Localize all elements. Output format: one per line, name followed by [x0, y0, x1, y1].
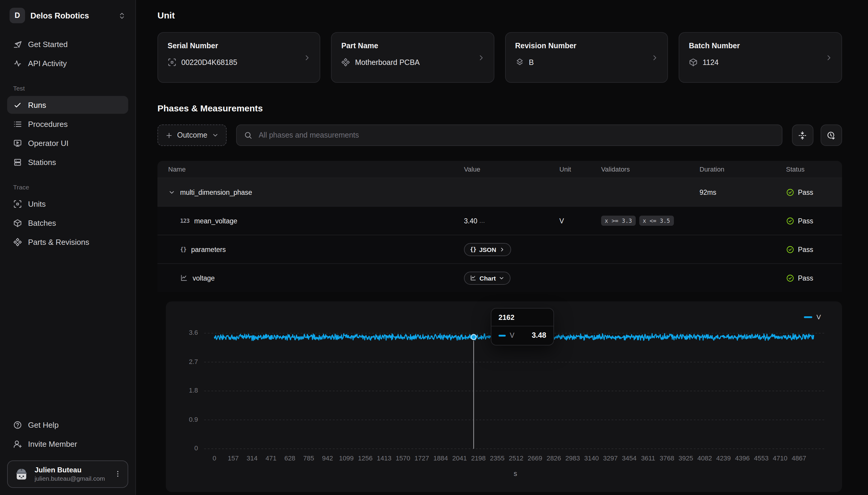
x-tick-label: 3611 [641, 455, 655, 462]
y-tick-label: 3.6 [166, 329, 198, 336]
scan-icon [13, 199, 22, 208]
x-tick-label: 942 [322, 455, 333, 462]
list-icon [13, 119, 22, 129]
x-tick-label: 1570 [396, 455, 410, 462]
sidebar-item-label: Invite Member [28, 440, 77, 449]
y-tick-label: 2.7 [166, 358, 198, 365]
x-tick-label: 785 [303, 455, 314, 462]
card-value-text: 1124 [703, 58, 719, 66]
collapse-all-button[interactable] [792, 124, 813, 146]
phases-table: Name Value Unit Validators Duration Stat… [158, 161, 842, 292]
braces-icon: {} [180, 246, 186, 253]
org-name: Delos Robotics [30, 11, 113, 20]
x-tick-label: 1256 [358, 455, 373, 462]
history-button[interactable] [820, 124, 842, 146]
kebab-menu-icon[interactable] [114, 470, 122, 478]
sidebar-item-invite-member[interactable]: Invite Member [7, 436, 128, 453]
card-serial-number[interactable]: Serial Number 00220D4K68185 [158, 32, 321, 83]
y-tick-label: 0.9 [166, 416, 198, 423]
check-icon [13, 100, 22, 109]
sidebar-nav: Get Started API Activity Test Runs [7, 35, 128, 251]
sidebar-item-label: Get Started [28, 40, 68, 49]
sidebar-item-parts-revisions[interactable]: Parts & Revisions [7, 233, 128, 251]
chevron-right-icon [824, 53, 833, 62]
table-row-parameters[interactable]: {} parameters {} JSON [158, 235, 842, 263]
x-tick-label: 4082 [698, 455, 712, 462]
status-label: Pass [798, 189, 813, 196]
user-email: julien.buteau@gmail.com [35, 475, 109, 482]
column-header-value: Value [459, 166, 555, 173]
x-axis-label: s [514, 470, 517, 477]
chevron-right-icon [303, 53, 312, 62]
circle-check-icon [786, 217, 795, 225]
fold-vertical-icon [798, 131, 807, 140]
sidebar-item-stations[interactable]: Stations [7, 153, 128, 171]
measurement-name: mean_voltage [194, 217, 238, 224]
measurement-unit: V [555, 217, 596, 224]
chart-line-icon [470, 275, 476, 281]
x-tick-label: 3768 [659, 455, 674, 462]
sidebar-item-units[interactable]: Units [7, 195, 128, 213]
chevrons-up-down-icon [118, 12, 126, 19]
status-badge: Pass [786, 188, 813, 196]
column-header-unit: Unit [555, 166, 596, 173]
user-profile-card[interactable]: Julien Buteau julien.buteau@gmail.com [7, 460, 128, 488]
unit-cards: Serial Number 00220D4K68185 Part Name [158, 32, 842, 83]
table-row-phase[interactable]: multi_dimension_phase 92ms Pass [158, 177, 842, 206]
voltage-chart-section: V 00.91.82.73.6 015731447162878594210991… [166, 302, 842, 492]
status-badge: Pass [786, 274, 813, 282]
search-bar[interactable] [236, 124, 782, 146]
sidebar-bottom: Get Help Invite Member Julien Buteau jul… [7, 416, 128, 488]
plus-icon [165, 131, 173, 139]
x-tick-label: 3925 [679, 455, 693, 462]
voltage-chart-panel[interactable]: V 00.91.82.73.6 015731447162878594210991… [166, 302, 842, 492]
app-root: D Delos Robotics Get Started API Activit… [0, 0, 868, 495]
card-revision-number[interactable]: Revision Number B [505, 32, 668, 83]
user-name: Julien Buteau [35, 466, 109, 475]
chevron-down-icon[interactable] [168, 189, 175, 196]
table-row-voltage[interactable]: voltage Chart [158, 263, 842, 292]
sidebar-item-get-started[interactable]: Get Started [7, 35, 128, 53]
card-value-text: 00220D4K68185 [181, 58, 238, 66]
json-viewer-button[interactable]: {} JSON [464, 243, 511, 256]
x-tick-label: 628 [284, 455, 295, 462]
card-part-name[interactable]: Part Name Motherboard PCBA [331, 32, 494, 83]
card-label: Serial Number [167, 42, 310, 50]
search-icon [244, 131, 252, 139]
outcome-filter-button[interactable]: Outcome [158, 124, 226, 146]
clock-download-icon [826, 131, 835, 140]
sidebar: D Delos Robotics Get Started API Activit… [0, 0, 136, 495]
search-input[interactable] [257, 131, 774, 140]
card-label: Batch Number [689, 42, 832, 50]
phases-heading: Phases & Measurements [158, 103, 842, 113]
user-plus-icon [13, 440, 22, 449]
chevron-right-icon [477, 53, 486, 62]
sidebar-item-get-help[interactable]: Get Help [7, 416, 128, 434]
x-tick-label: 2355 [490, 455, 505, 462]
sidebar-item-runs[interactable]: Runs [7, 96, 128, 114]
status-label: Pass [798, 246, 813, 253]
x-tick-label: 4710 [773, 455, 787, 462]
x-tick-label: 2826 [546, 455, 561, 462]
package-icon [689, 58, 698, 67]
org-switcher[interactable]: D Delos Robotics [7, 6, 128, 24]
sidebar-item-batches[interactable]: Batches [7, 214, 128, 232]
y-tick-label: 1.8 [166, 387, 198, 394]
sidebar-item-operator-ui[interactable]: Operator UI [7, 134, 128, 152]
numeric-type-icon: 123 [180, 218, 189, 224]
x-tick-label: 4396 [735, 455, 750, 462]
sidebar-item-procedures[interactable]: Procedures [7, 115, 128, 133]
x-tick-label: 471 [265, 455, 276, 462]
chevron-down-icon [211, 132, 218, 139]
package-icon [13, 218, 22, 227]
send-icon [13, 40, 22, 49]
card-batch-number[interactable]: Batch Number 1124 [679, 32, 842, 83]
chart-pill-label: Chart [479, 274, 496, 281]
circle-check-icon [786, 274, 795, 282]
measurement-name: parameters [191, 246, 226, 253]
tooltip-series-label: V [510, 332, 527, 339]
chart-toggle-button[interactable]: Chart [464, 271, 511, 285]
main-content: Unit Serial Number 00220D4K68185 Part Na… [136, 0, 868, 495]
sidebar-item-api-activity[interactable]: API Activity [7, 54, 128, 72]
table-row-mean-voltage[interactable]: 123 mean_voltage 3.40 … V x >= 3.3 x <= … [158, 206, 842, 235]
